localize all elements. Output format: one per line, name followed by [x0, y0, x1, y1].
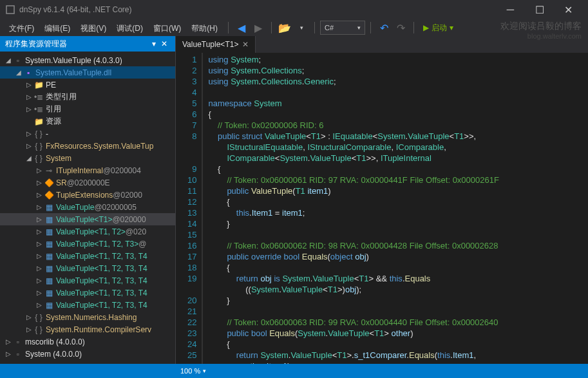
expand-icon[interactable]: ▷ [35, 289, 44, 296]
tree-node[interactable]: ▷•≣类型引用 [0, 91, 175, 103]
expand-icon[interactable]: ▷ [35, 265, 44, 272]
expand-icon[interactable]: ▷ [35, 179, 44, 186]
minimize-button[interactable]: ─ [496, 0, 525, 19]
expand-icon[interactable]: ▷ [35, 228, 44, 235]
tree-node[interactable]: ▷▦ValueTuple<T1, T2, T3, T4 [0, 274, 175, 287]
zoom-control[interactable]: 100 %▾ [180, 367, 206, 375]
str-icon: ▦ [44, 276, 54, 286]
expand-icon[interactable]: ▷ [35, 203, 44, 211]
tree-node[interactable]: ▷🔶SR @0200000E [0, 176, 175, 189]
str-icon: ▦ [44, 227, 54, 237]
tree-view[interactable]: ◢▫System.ValueTuple (4.0.3.0)◢▪System.Va… [0, 52, 175, 364]
expand-icon[interactable]: ▷ [24, 314, 33, 321]
dropdown-icon[interactable]: ▾ [294, 20, 309, 35]
panel-title: 程序集资源管理器 [5, 39, 67, 50]
tree-node[interactable]: ▷{ }System.Runtime.CompilerServ [0, 323, 175, 335]
expand-icon[interactable]: ▷ [24, 81, 33, 88]
tree-node[interactable]: ▷▦ValueTuple<T1, T2, T3, T4 [0, 287, 175, 299]
expand-icon[interactable]: ▷ [4, 338, 13, 345]
panel-dropdown-icon[interactable]: ▾ [149, 39, 158, 48]
expand-icon[interactable]: ▷ [35, 191, 44, 198]
expand-icon[interactable]: ▷ [4, 350, 13, 357]
tree-node[interactable]: ▷🔶TupleExtensions @02000 [0, 189, 175, 201]
tree-node[interactable]: ▷▦ValueTuple<T1, T2, T3, T4 [0, 250, 175, 262]
menu-item[interactable]: 调试(D) [111, 22, 148, 35]
node-label: System [46, 154, 71, 163]
code-editor[interactable]: 1234567891011121314151617181920212223242… [176, 53, 588, 364]
expand-icon[interactable]: ▷ [35, 277, 44, 284]
expand-icon[interactable]: ◢ [24, 155, 33, 162]
node-label: SR [56, 178, 67, 187]
tree-node[interactable]: ▷▦ValueTuple<T1> @020000 [0, 213, 175, 225]
back-button[interactable]: ◀ [234, 20, 249, 35]
node-label: - [46, 129, 48, 138]
editor-tabs: ValueTuple<T1> ✕ [176, 36, 588, 53]
asm-icon: ▫ [13, 55, 23, 66]
asm-icon: ▫ [13, 337, 23, 347]
panel-close-icon[interactable]: ✕ [158, 39, 170, 48]
menu-item[interactable]: 文件(F) [4, 22, 39, 35]
expand-icon[interactable]: ◢ [4, 57, 13, 64]
open-folder-icon[interactable]: 📂 [277, 20, 292, 35]
expand-icon[interactable]: ▷ [24, 142, 33, 149]
redo-icon[interactable]: ↷ [393, 20, 408, 35]
tree-node[interactable]: ◢▫System.ValueTuple (4.0.3.0) [0, 54, 175, 66]
cls-icon: 🔶 [44, 190, 54, 200]
tree-node[interactable]: ▷▫mscorlib (4.0.0.0) [0, 335, 175, 348]
ref-icon: •≣ [33, 92, 44, 102]
expand-icon[interactable]: ▷ [24, 130, 33, 137]
close-button[interactable]: ✕ [554, 0, 583, 19]
undo-icon[interactable]: ↶ [376, 20, 392, 35]
ns-icon: { } [33, 129, 44, 139]
tree-node[interactable]: ▷▫System (4.0.0.0) [0, 348, 175, 360]
forward-button[interactable]: ▶ [251, 20, 266, 35]
node-label: System.Numerics.Hashing [46, 313, 137, 322]
node-label: 资源 [46, 116, 61, 127]
tree-node[interactable]: ◢▪System.ValueTuple.dll [0, 66, 175, 79]
tree-node[interactable]: ▷▦ValueTuple<T1, T2, T3> @ [0, 238, 175, 250]
tree-node[interactable]: ▷▦ValueTuple<T1, T2, T3, T4 [0, 299, 175, 311]
tree-node[interactable]: ▷{ }- [0, 128, 175, 140]
tree-node[interactable]: ▷•≣引用 [0, 103, 175, 115]
menu-item[interactable]: 视图(V) [75, 22, 111, 35]
tree-node[interactable]: ▷📁PE [0, 79, 175, 91]
int-icon: ⊸ [44, 165, 54, 176]
ns-icon: { } [33, 153, 44, 164]
expand-icon[interactable]: ▷ [35, 216, 44, 223]
node-label: ValueTuple<T1, T2, T3, T4 [56, 301, 147, 310]
tree-node[interactable]: ▷{ }System.Numerics.Hashing [0, 311, 175, 323]
tree-node[interactable]: 📁资源 [0, 115, 175, 128]
language-combo[interactable]: C# [320, 21, 365, 35]
title-bar: dnSpy v6.1.4 (64-bit, .NET Core) ─ ☐ ✕ [0, 0, 588, 19]
expand-icon[interactable]: ▷ [35, 240, 44, 247]
tab-valuetuple[interactable]: ValueTuple<T1> ✕ [176, 36, 256, 53]
window-title: dnSpy v6.1.4 (64-bit, .NET Core) [19, 5, 496, 14]
expand-icon[interactable]: ◢ [14, 69, 23, 76]
tree-node[interactable]: ▷{ }FxResources.System.ValueTup [0, 140, 175, 152]
assembly-explorer-panel: 程序集资源管理器 ▾ ✕ ◢▫System.ValueTuple (4.0.3.… [0, 36, 176, 364]
tab-close-icon[interactable]: ✕ [242, 40, 249, 49]
expand-icon[interactable]: ▷ [24, 93, 33, 100]
expand-icon[interactable]: ▷ [35, 252, 44, 260]
expand-icon[interactable]: ▷ [35, 301, 44, 308]
tree-node[interactable]: ▷▦ValueTuple @02000005 [0, 201, 175, 213]
node-label: System.ValueTuple.dll [35, 68, 111, 77]
maximize-button[interactable]: ☐ [525, 0, 554, 19]
start-button[interactable]: ▶ 启动 ▾ [419, 23, 457, 33]
tree-node[interactable]: ▷▦ValueTuple<T1, T2, T3, T4 [0, 262, 175, 274]
expand-icon[interactable]: ▷ [24, 106, 33, 113]
expand-icon[interactable]: ▷ [35, 167, 44, 174]
line-gutter: 1234567891011121314151617181920212223242… [176, 53, 203, 364]
node-label: mscorlib (4.0.0.0) [25, 337, 85, 346]
expand-icon[interactable]: ▷ [24, 326, 33, 333]
tree-node[interactable]: ◢{ }System [0, 152, 175, 164]
res-icon: 📁 [33, 117, 44, 127]
ns-icon: { } [33, 312, 44, 323]
menu-item[interactable]: 窗口(W) [148, 22, 186, 35]
code-content[interactable]: using System;using System.Collections;us… [203, 53, 588, 364]
tree-node[interactable]: ▷▦ValueTuple<T1, T2> @020 [0, 225, 175, 238]
menu-item[interactable]: 编辑(E) [39, 22, 75, 35]
menu-item[interactable]: 帮助(H) [186, 22, 223, 35]
tree-node[interactable]: ▷⊸ITupleInternal @0200004 [0, 164, 175, 176]
str-icon: ▦ [44, 300, 54, 310]
